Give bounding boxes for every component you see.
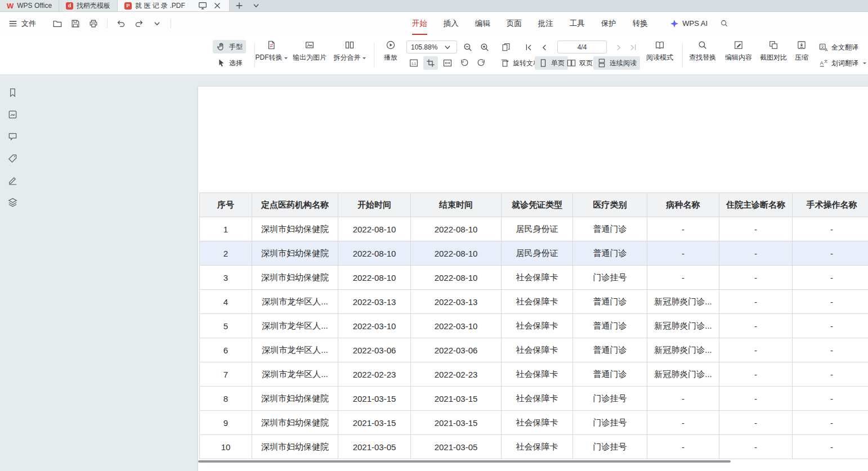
tab-wps-office-label: WPS Office <box>17 2 52 10</box>
close-tab-icon[interactable] <box>212 1 222 11</box>
bookmark-panel-icon[interactable] <box>7 87 18 98</box>
new-tab-button[interactable] <box>230 0 249 11</box>
ribbon-tab-protect[interactable]: 保护 <box>601 19 616 29</box>
table-cell: 2022-03-10 <box>338 314 411 338</box>
table-cell: - <box>793 217 868 241</box>
zoom-out-button[interactable] <box>460 41 475 54</box>
docer-icon: d <box>66 2 73 10</box>
signature-panel-icon[interactable] <box>7 175 18 186</box>
menu-search-button[interactable] <box>717 19 732 28</box>
book-icon <box>655 40 665 50</box>
export-image-button[interactable]: 输出为图片 <box>290 40 329 62</box>
tab-list-dropdown[interactable] <box>249 0 263 11</box>
table-header-cell: 医疗类别 <box>573 193 647 217</box>
table-row: 1深圳市妇幼保健院2022-08-102022-08-10居民身份证普通门诊--… <box>200 217 868 241</box>
file-menu-button[interactable]: 文件 <box>8 19 36 29</box>
last-page-button[interactable] <box>626 41 641 54</box>
undo-button[interactable] <box>112 19 130 29</box>
page-extract-button[interactable] <box>499 41 513 54</box>
zoom-in-icon <box>480 42 490 52</box>
layers-panel-icon[interactable] <box>7 197 18 208</box>
compress-button[interactable]: 压缩 <box>790 40 813 62</box>
cursor-icon <box>216 58 226 68</box>
continuous-read-button[interactable]: 连续阅读 <box>593 56 640 70</box>
export-image-label: 输出为图片 <box>293 53 326 62</box>
zoom-select[interactable]: 105.88% <box>406 41 457 53</box>
table-cell: 普通门诊 <box>573 241 647 266</box>
table-cell: 2022-03-10 <box>411 314 502 338</box>
table-cell: 门诊挂号 <box>573 387 647 411</box>
split-merge-button[interactable]: 拆分合并 <box>329 40 370 62</box>
pdf-table-body: 1深圳市妇幼保健院2022-08-102022-08-10居民身份证普通门诊--… <box>200 217 868 459</box>
table-cell: 2 <box>200 241 252 266</box>
table-cell: 2021-03-15 <box>411 387 502 411</box>
monitor-cast-icon[interactable] <box>198 1 208 11</box>
undo-history-dropdown[interactable] <box>148 19 166 29</box>
select-tool-button[interactable]: 选择 <box>213 56 246 70</box>
table-cell: 深圳市妇幼保健院 <box>252 266 338 290</box>
hand-tool-label: 手型 <box>229 42 243 52</box>
ribbon-tab-insert[interactable]: 插入 <box>444 19 459 29</box>
ribbon-tab-edit[interactable]: 编辑 <box>475 19 490 29</box>
table-cell: - <box>647 217 719 241</box>
hamburger-icon <box>8 19 18 29</box>
fit-width-button[interactable] <box>440 56 455 70</box>
tab-document[interactable]: P 就 医 记 录 .PDF <box>118 0 230 11</box>
ribbon-tab-home[interactable]: 开始 <box>412 19 427 29</box>
pdf-convert-button[interactable]: PDF转换 <box>253 40 289 62</box>
thumbnail-panel-icon[interactable] <box>7 109 18 120</box>
fit-page-button[interactable] <box>423 56 438 70</box>
document-canvas[interactable]: 序号定点医药机构名称开始时间结束时间就诊凭证类型医疗类别病种名称住院主诊断名称手… <box>25 75 868 471</box>
next-page-button[interactable] <box>611 41 626 54</box>
tab-docer-templates[interactable]: d 找稻壳模板 <box>59 0 118 11</box>
table-cell: 门诊挂号 <box>573 266 647 290</box>
ai-spark-icon <box>669 19 679 29</box>
table-cell: - <box>793 290 868 314</box>
open-file-button[interactable] <box>48 19 66 29</box>
wps-ai-button[interactable]: WPS AI <box>669 19 708 29</box>
word-translate-button[interactable]: 划词翻译 <box>815 56 868 70</box>
horizontal-scrollbar[interactable] <box>198 460 731 463</box>
select-tool-label: 选择 <box>229 59 243 68</box>
table-cell: 2022-03-06 <box>411 338 502 362</box>
tab-wps-office[interactable]: W WPS Office <box>0 0 59 11</box>
left-panel-rail <box>0 75 25 471</box>
play-button[interactable]: 播放 <box>378 40 403 62</box>
print-button[interactable] <box>84 19 102 29</box>
read-mode-button[interactable]: 阅读模式 <box>644 40 675 62</box>
comment-panel-icon[interactable] <box>7 131 18 142</box>
hand-tool-button[interactable]: 手型 <box>213 40 246 53</box>
previous-page-button[interactable] <box>537 41 552 54</box>
menu-bar: 文件 开始 插入 编辑 页面 批注 工具 保护 转换 WPS AI <box>0 12 868 35</box>
save-button[interactable] <box>66 19 84 29</box>
word-translate-icon <box>818 58 829 68</box>
ribbon-tab-convert[interactable]: 转换 <box>633 19 648 29</box>
divider <box>374 42 374 68</box>
fit-width-icon <box>442 58 453 68</box>
rotate-right-button[interactable] <box>474 56 489 70</box>
find-replace-label: 查找替换 <box>689 53 716 62</box>
rotate-left-button[interactable] <box>457 56 472 70</box>
screenshot-compare-button[interactable]: 截图对比 <box>757 40 790 62</box>
table-cell: 深圳市妇幼保健院 <box>252 387 338 411</box>
ribbon-tab-page[interactable]: 页面 <box>507 19 522 29</box>
actual-size-button[interactable] <box>406 56 421 70</box>
first-page-button[interactable] <box>521 41 536 54</box>
full-translate-button[interactable]: 全文翻译 <box>815 41 862 54</box>
compress-label: 压缩 <box>795 53 808 62</box>
ribbon-tab-annotate[interactable]: 批注 <box>538 19 553 29</box>
table-cell: 深圳市妇幼保健院 <box>252 411 338 435</box>
find-replace-button[interactable]: 查找替换 <box>686 40 719 62</box>
table-cell: 居民身份证 <box>502 217 573 241</box>
table-header-cell: 病种名称 <box>647 193 719 217</box>
edit-content-label: 编辑内容 <box>725 53 752 62</box>
undo-icon <box>116 19 126 29</box>
ribbon-tab-tools[interactable]: 工具 <box>570 19 585 29</box>
zoom-in-button[interactable] <box>477 41 492 54</box>
table-cell: 深圳市龙华区人... <box>252 362 338 387</box>
page-number-input[interactable] <box>557 41 607 53</box>
table-cell: 深圳市龙华区人... <box>252 290 338 314</box>
edit-content-button[interactable]: 编辑内容 <box>722 40 755 62</box>
attachment-panel-icon[interactable] <box>7 153 18 164</box>
redo-button[interactable] <box>130 19 148 29</box>
